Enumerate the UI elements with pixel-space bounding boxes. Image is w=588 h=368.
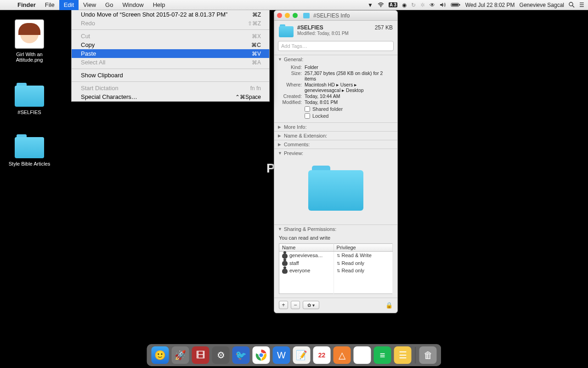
file-name: #SELFIES (297, 24, 375, 31)
menu-go[interactable]: Go (101, 0, 118, 10)
file-size: 257 KB (375, 24, 393, 31)
dock-settings[interactable]: ⚙ (212, 346, 230, 364)
modified-label: Modified: Today, 8:01 PM (297, 31, 375, 36)
dock-stickies[interactable]: ☰ (394, 346, 412, 364)
menu-window[interactable]: Window (118, 0, 148, 10)
image-thumbnail (15, 19, 44, 49)
permissions-table: NamePrivilege genevievesa…⇅Read & Writes… (279, 243, 393, 294)
section-comments[interactable]: ▶Comments: (274, 140, 397, 149)
action-menu-button[interactable]: ✿ ▾ (303, 301, 319, 309)
icon-label: Style Bible Articles (6, 161, 52, 167)
disclosure-triangle-icon: ▼ (278, 151, 283, 155)
dock-notes[interactable]: 📝 (293, 346, 311, 364)
close-button[interactable] (277, 13, 282, 18)
info-header: #SELFIES Modified: Today, 8:01 PM 257 KB (274, 21, 397, 39)
dock-spotify[interactable]: ≡ (374, 346, 391, 364)
folder-icon (15, 83, 44, 107)
menu-view[interactable]: View (79, 0, 101, 10)
add-user-button[interactable]: + (279, 301, 288, 309)
user-name[interactable]: Genevieve Sagcal (520, 2, 564, 8)
wifi-icon[interactable] (378, 2, 384, 7)
dock-chrome[interactable] (253, 346, 270, 364)
disclosure-triangle-icon: ▶ (278, 125, 283, 129)
section-moreinfo[interactable]: ▶More Info: (274, 123, 397, 131)
menu-item[interactable]: Undo Move of “Screen Shot 2015-07-22 at … (72, 10, 269, 19)
edit-menu-dropdown: Undo Move of “Screen Shot 2015-07-22 at … (71, 10, 270, 102)
menu-help[interactable]: Help (148, 0, 170, 10)
menu-item: Select All⌘A (72, 58, 269, 67)
dock-separator (415, 347, 416, 363)
menu-item: Cut⌘X (72, 32, 269, 40)
svg-rect-2 (459, 4, 460, 6)
disclosure-triangle-icon: ▼ (278, 227, 283, 231)
folder-icon (308, 166, 363, 211)
menu-item[interactable]: Paste⌘V (72, 49, 269, 58)
dock-word[interactable]: W (273, 346, 290, 364)
notification-icon[interactable]: ☰ (579, 2, 584, 8)
disclosure-triangle-icon: ▶ (278, 142, 283, 147)
minimize-button[interactable] (285, 13, 290, 18)
table-row[interactable]: genevievesa…⇅Read & Write (279, 252, 393, 259)
zoom-button[interactable] (293, 13, 298, 18)
menu-edit[interactable]: Edit (59, 0, 79, 10)
app-name[interactable]: Finder (13, 1, 40, 8)
svg-line-5 (572, 6, 574, 7)
shared-folder-checkbox[interactable]: Shared folder (305, 106, 394, 112)
datetime[interactable]: Wed Jul 22 8:02 PM (465, 2, 515, 8)
section-general[interactable]: ▼General: (274, 55, 397, 63)
battery-icon[interactable] (451, 2, 461, 7)
dock-mail-bird[interactable]: 🐦 (232, 346, 250, 364)
get-info-window: #SELFIES Info #SELFIES Modified: Today, … (274, 10, 398, 313)
locked-checkbox[interactable]: Locked (305, 113, 394, 119)
folder-icon (303, 13, 310, 18)
tags-input[interactable]: Add Tags… (278, 41, 394, 51)
lock-icon[interactable]: 🔒 (385, 302, 393, 309)
folder-icon (15, 134, 44, 158)
eye-icon[interactable]: 👁 (430, 2, 435, 8)
preview-area (274, 157, 397, 224)
dock-launchpad[interactable]: 🚀 (172, 346, 189, 364)
svg-point-0 (380, 6, 381, 7)
menu-item[interactable]: Special Characters…⌃⌘Space (72, 92, 269, 101)
disclosure-triangle-icon: ▶ (278, 133, 283, 138)
menu-item[interactable]: Show Clipboard (72, 71, 269, 80)
window-title: #SELFIES Info (313, 12, 350, 19)
desktop-icon-image[interactable]: Girl With an Attitude.png (6, 19, 52, 63)
created-value: Today, 10:44 AM (305, 93, 394, 99)
dock-calendar[interactable]: 22 (313, 346, 331, 364)
sync-icon[interactable]: ◉ (402, 2, 407, 8)
size-value: 257,307 bytes (258 KB on disk) for 2 ite… (305, 70, 394, 81)
adobe-icon[interactable]: A 3 (389, 2, 397, 7)
where-value: Macintosh HD ▸ Users ▸ genevievesagcal ▸… (305, 82, 394, 93)
timemachine-icon[interactable]: ↻ (411, 2, 416, 8)
person-icon (282, 253, 288, 259)
menubar: Finder File Edit View Go Window Help ▼ A… (0, 0, 588, 10)
folder-icon (279, 24, 294, 37)
menu-item[interactable]: Copy⌘C (72, 40, 269, 49)
section-preview[interactable]: ▼Preview: (274, 149, 397, 157)
volume-icon[interactable] (440, 2, 446, 7)
menu-file[interactable]: File (40, 0, 59, 10)
bluetooth-icon[interactable]: ✲ (420, 2, 425, 8)
dock-photobooth[interactable]: 🎞 (192, 346, 209, 364)
icon-label: Girl With an Attitude.png (6, 52, 52, 63)
remove-user-button[interactable]: − (291, 301, 300, 309)
disclosure-triangle-icon: ▼ (278, 57, 283, 62)
window-titlebar[interactable]: #SELFIES Info (274, 11, 397, 21)
menu-item: Redo⇧⌘Z (72, 19, 269, 28)
section-nameext[interactable]: ▶Name & Extension: (274, 132, 397, 140)
spotlight-icon[interactable] (569, 2, 575, 8)
menu-item: Start Dictationfn fn (72, 84, 269, 92)
section-sharing[interactable]: ▼Sharing & Permissions: (274, 225, 397, 233)
person-icon (282, 261, 288, 266)
dropbox-icon[interactable]: ▼ (368, 2, 373, 8)
dock-trash[interactable]: 🗑 (419, 346, 437, 364)
dock-vlc[interactable]: △ (334, 346, 351, 364)
dock-finder[interactable]: 🙂 (152, 346, 169, 364)
desktop-icon-folder-selfies[interactable]: #SELFIES (6, 83, 52, 115)
sharing-desc: You can read and write (279, 235, 393, 241)
table-row[interactable]: everyone⇅Read only (279, 267, 393, 275)
dock-itunes[interactable]: ♪ (354, 346, 371, 364)
table-row[interactable]: staff⇅Read only (279, 259, 393, 267)
desktop-icon-folder-stylebible[interactable]: Style Bible Articles (6, 134, 52, 167)
